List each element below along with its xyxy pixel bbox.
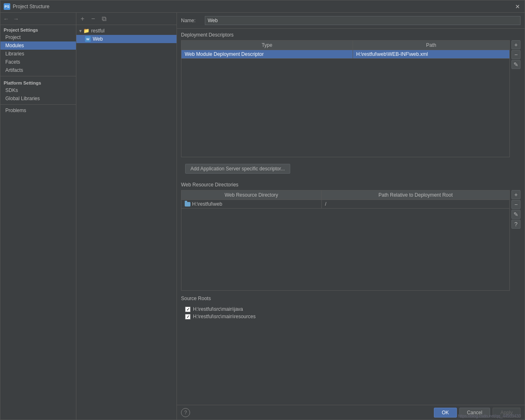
sidebar-item-artifacts-label: Artifacts	[5, 67, 23, 73]
sidebar-item-sdks[interactable]: SDKs	[0, 86, 76, 94]
back-button[interactable]: ←	[2, 15, 10, 23]
descriptor-path-cell: H:\restful\web\WEB-INF\web.xml	[353, 50, 509, 59]
sidebar-item-artifacts[interactable]: Artifacts	[0, 66, 76, 74]
add-descriptor-button[interactable]: Add Application Server specific descript…	[185, 164, 290, 174]
sidebar-item-project[interactable]: Project	[0, 33, 76, 41]
sidebar-item-project-label: Project	[5, 34, 21, 40]
web-resource-directories-title: Web Resource Directories	[181, 182, 520, 188]
project-structure-window: PS Project Structure ✕ ← → Project Setti…	[0, 0, 525, 420]
tree-row-restful[interactable]: ▼ 📁 restful	[76, 27, 177, 35]
tree-add-button[interactable]: +	[78, 14, 87, 23]
sidebar-item-problems[interactable]: Problems	[0, 106, 76, 115]
table-row[interactable]: H:\restful\web /	[181, 200, 510, 209]
source-roots-section: Source Roots H:\restful\src\main\java H:…	[177, 292, 525, 324]
tree-label-restful: restful	[91, 28, 105, 34]
web-resource-dir-cell: H:\restful\web	[181, 200, 322, 209]
web-resource-directories-section: Web Resource Directories Web Resource Di…	[177, 179, 525, 292]
name-label: Name:	[181, 18, 202, 23]
web-resource-edit-button[interactable]: ✎	[511, 210, 520, 219]
sidebar-item-modules-label: Modules	[5, 43, 24, 48]
forward-button[interactable]: →	[12, 15, 20, 23]
source-root-item-1: H:\restful\src\main\resources	[185, 313, 516, 320]
sidebar-item-sdks-label: SDKs	[5, 87, 18, 93]
web-resource-add-button[interactable]: +	[511, 190, 520, 199]
descriptor-edit-button[interactable]: ✎	[511, 60, 520, 69]
col-path-header: Path	[353, 41, 509, 50]
sidebar-divider	[0, 76, 76, 76]
source-root-path-0: H:\restful\src\main\java	[193, 306, 243, 312]
project-settings-header: Project Settings	[0, 25, 76, 33]
sidebar-item-modules[interactable]: Modules	[0, 41, 76, 50]
module-icon-web: W	[85, 36, 91, 42]
name-input[interactable]	[205, 16, 520, 25]
web-resource-remove-button[interactable]: −	[511, 200, 520, 209]
title-bar: PS Project Structure ✕	[0, 0, 525, 13]
sidebar-item-libraries[interactable]: Libraries	[0, 50, 76, 58]
ok-button[interactable]: OK	[434, 408, 456, 418]
source-roots-title: Source Roots	[181, 296, 520, 301]
tree-toggle-restful[interactable]: ▼	[78, 28, 83, 33]
sidebar-item-global-libraries-label: Global Libraries	[5, 96, 40, 101]
content-panel: Name: Deployment Descriptors Type Path	[177, 13, 525, 420]
tree-row-web[interactable]: W Web	[76, 35, 177, 43]
tree-panel: + − ⧉ ▼ 📁 restful W	[76, 13, 177, 420]
sidebar-item-global-libraries[interactable]: Global Libraries	[0, 94, 76, 103]
descriptor-remove-button[interactable]: −	[511, 50, 520, 59]
col-type-header: Type	[181, 41, 353, 50]
source-root-checkbox-0[interactable]	[185, 307, 190, 312]
add-descriptor-wrapper: Add Application Server specific descript…	[177, 159, 525, 179]
descriptor-side-buttons: + − ✎	[511, 40, 520, 69]
col-directory-header: Web Resource Directory	[181, 190, 322, 200]
watermark: https://blog.csdn.net/qq_44909430	[458, 414, 521, 418]
web-resource-table-wrapper: Web Resource Directory Path Relative to …	[181, 190, 520, 291]
deployment-descriptors-title: Deployment Descriptors	[181, 32, 520, 38]
sidebar-item-facets[interactable]: Facets	[0, 58, 76, 66]
sidebar-item-facets-label: Facets	[5, 59, 20, 65]
platform-settings-header: Platform Settings	[0, 78, 76, 86]
window-title: Project Structure	[13, 4, 514, 9]
tree-content: ▼ 📁 restful W Web	[76, 25, 177, 420]
col-path-relative-header: Path Relative to Deployment Root	[321, 190, 509, 200]
tree-copy-button[interactable]: ⧉	[99, 14, 108, 23]
folder-icon	[185, 202, 190, 207]
table-row[interactable]: Web Module Deployment Descriptor H:\rest…	[181, 50, 510, 59]
tree-label-web: Web	[93, 36, 103, 42]
sidebar-divider-2	[0, 104, 76, 105]
svg-text:W: W	[86, 37, 89, 41]
sidebar-toolbar: ← →	[0, 13, 76, 25]
tree-toolbar: + − ⧉	[76, 13, 177, 25]
deployment-descriptors-table: Type Path Web Module Deployment Descript…	[181, 40, 510, 157]
app-icon: PS	[4, 3, 10, 10]
source-root-path-1: H:\restful\src\main\resources	[193, 314, 256, 319]
web-resource-side-buttons: + − ✎ ?	[511, 190, 520, 229]
web-resource-path-cell: /	[321, 200, 509, 209]
close-button[interactable]: ✕	[514, 3, 521, 10]
content-scroll: Deployment Descriptors Type Path	[177, 29, 525, 405]
main-layout: ← → Project Settings Project Modules Lib…	[0, 13, 525, 420]
sidebar: ← → Project Settings Project Modules Lib…	[0, 13, 76, 420]
deployment-descriptors-section: Deployment Descriptors Type Path	[177, 29, 525, 159]
sidebar-item-libraries-label: Libraries	[5, 51, 24, 57]
name-row: Name:	[177, 13, 525, 29]
source-root-checkbox-1[interactable]	[185, 314, 190, 319]
web-resource-table: Web Resource Directory Path Relative to …	[181, 190, 510, 291]
deployment-descriptors-table-wrapper: Type Path Web Module Deployment Descript…	[181, 40, 520, 157]
web-resource-help-button[interactable]: ?	[511, 220, 520, 229]
descriptor-add-button[interactable]: +	[511, 40, 520, 49]
sidebar-item-problems-label: Problems	[5, 108, 26, 113]
source-roots-list: H:\restful\src\main\java H:\restful\src\…	[181, 304, 520, 322]
descriptor-type-cell: Web Module Deployment Descriptor	[181, 50, 353, 59]
help-button[interactable]: ?	[181, 408, 190, 417]
tree-remove-button[interactable]: −	[89, 14, 98, 23]
folder-icon-restful: 📁	[83, 28, 89, 34]
source-root-item-0: H:\restful\src\main\java	[185, 305, 516, 313]
